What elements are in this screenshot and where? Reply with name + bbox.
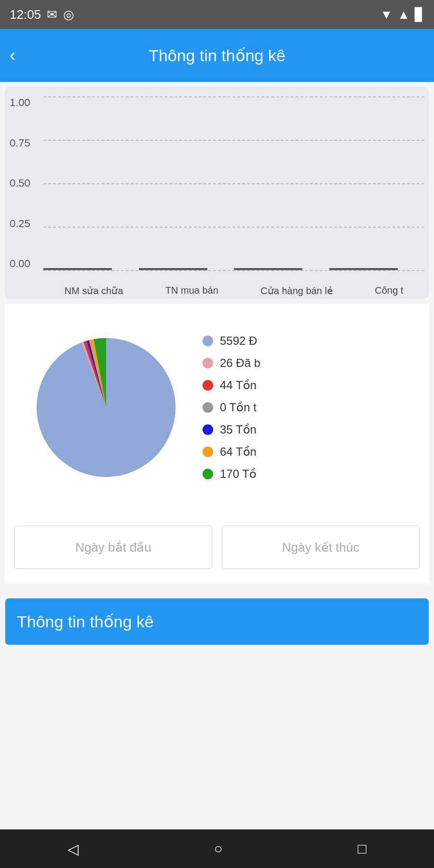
legend-text-4: 35 Tồn <box>220 423 257 436</box>
y-label-2: 0.75 <box>10 137 30 149</box>
status-bar: 12:05 ✉ ◎ ▼ ▲ ▊ <box>0 0 434 29</box>
end-date-label: Ngày kết thúc <box>282 540 360 555</box>
legend-text-2: 44 Tồn <box>220 379 257 392</box>
x-label-3: Cửa hàng bán lẻ <box>260 285 333 297</box>
y-label-4: 0.25 <box>10 217 30 230</box>
legend-item-1: 26 Đã b <box>203 356 420 370</box>
legend-dot-6 <box>203 469 213 479</box>
app-bar: ‹ Thông tin thống kê <box>0 29 434 82</box>
nav-recents-button[interactable]: □ <box>358 841 366 857</box>
legend-item-4: 35 Tồn <box>203 423 420 436</box>
legend-item-2: 44 Tồn <box>203 379 420 392</box>
record-icon: ◎ <box>63 7 74 22</box>
legend-dot-4 <box>203 424 213 435</box>
email-icon: ✉ <box>47 7 57 22</box>
signal-icon: ▲ <box>397 7 410 22</box>
pie-legend: 5592 Đ 26 Đã b 44 Tồn 0 Tồn t 35 Tồn 64 … <box>183 334 420 481</box>
wifi-icon: ▼ <box>380 7 393 22</box>
legend-item-5: 64 Tồn <box>203 445 420 459</box>
start-date-label: Ngày bắt đầu <box>75 540 151 555</box>
page-title: Thông tin thống kê <box>149 46 285 65</box>
status-bar-left: 12:05 ✉ ◎ <box>10 7 74 22</box>
y-label-3: 0.50 <box>10 177 30 190</box>
bottom-card: Thông tin thống kê <box>5 598 429 645</box>
legend-dot-2 <box>203 380 213 391</box>
pie-section: // Will be drawn by JS below 5592 Đ 26 Đ… <box>5 304 429 511</box>
x-label-4: Công t <box>375 285 403 297</box>
legend-item-0: 5592 Đ <box>203 334 420 348</box>
start-date-button[interactable]: Ngày bắt đầu <box>14 526 212 569</box>
legend-text-1: 26 Đã b <box>220 356 260 370</box>
legend-item-3: 0 Tồn t <box>203 401 420 414</box>
grid-line-1 <box>43 96 424 97</box>
line-chart-area: 1.00 0.75 0.50 0.25 0.00 NM sửa chữa TN … <box>5 87 429 299</box>
x-axis-labels: NM sửa chữa TN mua bán Cửa hàng bán lẻ C… <box>43 285 424 297</box>
y-axis: 1.00 0.75 0.50 0.25 0.00 <box>10 96 30 270</box>
end-date-button[interactable]: Ngày kết thúc <box>222 526 420 569</box>
battery-icon: ▊ <box>415 7 424 22</box>
legend-text-3: 0 Tồn t <box>220 401 257 414</box>
date-section: Ngày bắt đầu Ngày kết thúc <box>5 511 429 583</box>
legend-dot-1 <box>203 358 213 368</box>
grid-line-2 <box>43 140 424 141</box>
x-label-2: TN mua bán <box>165 285 218 297</box>
legend-text-5: 64 Tồn <box>220 445 257 459</box>
nav-home-button[interactable]: ○ <box>214 841 222 857</box>
pie-chart-sectors: // Will be drawn by JS below <box>29 330 183 485</box>
baseline-seg2 <box>139 268 207 270</box>
legend-dot-3 <box>203 402 213 413</box>
baseline-seg1 <box>43 268 112 270</box>
x-label-1: NM sửa chữa <box>65 285 123 297</box>
back-button[interactable]: ‹ <box>10 45 15 66</box>
legend-text-6: 170 Tồ <box>220 467 257 481</box>
grid-line-5 <box>43 270 424 271</box>
legend-text-0: 5592 Đ <box>220 334 257 348</box>
pie-chart-container: // Will be drawn by JS below <box>29 330 183 485</box>
status-bar-right: ▼ ▲ ▊ <box>380 7 424 22</box>
grid-line-4 <box>43 227 424 228</box>
nav-bar: ◁ ○ □ <box>0 829 434 868</box>
nav-back-button[interactable]: ◁ <box>68 841 79 857</box>
grid-line-3 <box>43 183 424 184</box>
legend-item-6: 170 Tồ <box>203 467 420 481</box>
bottom-card-header: Thông tin thống kê <box>5 598 429 645</box>
y-label-1: 1.00 <box>10 96 30 109</box>
baseline-seg3 <box>234 268 302 270</box>
legend-dot-0 <box>203 336 213 346</box>
legend-dot-5 <box>203 447 213 457</box>
baseline-seg4 <box>329 268 398 270</box>
baseline-area <box>43 268 424 270</box>
y-label-5: 0.00 <box>10 258 30 270</box>
bottom-card-title: Thông tin thống kê <box>17 612 154 631</box>
status-time: 12:05 <box>10 7 41 22</box>
chart-grid <box>43 96 424 270</box>
